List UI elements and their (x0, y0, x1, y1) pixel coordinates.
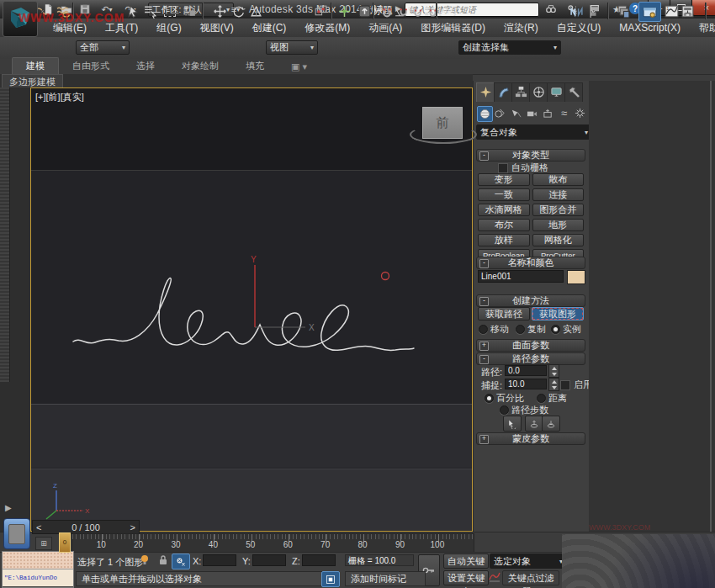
listener-macro-pane[interactable] (3, 552, 73, 569)
selection-filter-dropdown[interactable]: 全部▾ (76, 40, 130, 55)
radio-copy[interactable]: 复制 (516, 323, 546, 336)
tab-motion[interactable] (529, 82, 548, 102)
enable-checkbox[interactable]: 启用 (560, 379, 592, 391)
rollout-name-color[interactable]: - 名称和颜色 (476, 257, 585, 269)
ribbon-tab-freeform[interactable]: 自由形式 (59, 58, 123, 74)
left-scroll-strip[interactable] (0, 87, 10, 382)
category-geometry-icon[interactable] (477, 106, 493, 122)
viewport-menu-button[interactable]: [+] (35, 92, 46, 102)
isolate-selection-toggle[interactable] (321, 571, 340, 587)
time-slider-handle[interactable]: 0 (59, 532, 71, 553)
category-cameras-icon[interactable] (525, 106, 539, 120)
button-blobmesh[interactable]: 水滴网格 (478, 204, 530, 216)
prev-frame-arrow[interactable]: < (36, 522, 41, 532)
select-and-manipulate-icon[interactable] (335, 2, 353, 20)
category-lights-icon[interactable] (509, 106, 523, 120)
category-shapes-icon[interactable] (493, 106, 507, 120)
menu-customize[interactable]: 自定义(U) (548, 19, 611, 37)
graphite-ribbon-toggle-icon[interactable] (638, 2, 661, 22)
menu-create[interactable]: 创建(C) (243, 19, 296, 37)
button-terrain[interactable]: 地形 (532, 219, 585, 231)
menu-group[interactable]: 组(G) (147, 19, 190, 37)
auto-key-button[interactable]: 自动关键点 (443, 554, 489, 569)
radio-instance[interactable]: 实例 (551, 323, 581, 336)
edit-named-selection-icon[interactable]: {ABC} (438, 2, 457, 20)
prev-shape-button[interactable] (525, 416, 543, 432)
schematic-view-icon[interactable] (678, 2, 696, 20)
manage-layers-icon[interactable] (614, 2, 633, 20)
tab-display[interactable] (547, 82, 565, 102)
button-conform[interactable]: 一致 (478, 188, 530, 201)
prompt-bulb-icon[interactable] (140, 554, 150, 568)
category-systems-icon[interactable] (573, 106, 587, 120)
snap-value-field[interactable] (505, 379, 547, 389)
radio-path-steps[interactable]: 路径步数 (500, 404, 548, 416)
ribbon-tab-populate[interactable]: 填充 (232, 58, 278, 74)
radio-move[interactable]: 移动 (479, 323, 509, 336)
path-spinner[interactable] (548, 364, 559, 378)
object-color-swatch[interactable] (567, 270, 585, 284)
window-crossing-icon[interactable] (180, 2, 199, 20)
maxscript-mini-listener[interactable]: "E:\BaiduYunDo (2, 551, 74, 588)
rollout-skin-params[interactable]: + 蒙皮参数 (476, 432, 585, 445)
set-key-button[interactable]: 设置关键点 (443, 570, 489, 585)
rollout-object-type[interactable]: - 对象类型 (476, 149, 585, 162)
category-spacewarps-icon[interactable]: ≈ (557, 106, 571, 120)
reference-coordinate-dropdown[interactable]: 视图▾ (266, 40, 318, 55)
menu-modifiers[interactable]: 修改器(M) (295, 19, 359, 37)
autogrid-checkbox[interactable]: 自动栅格 (498, 162, 548, 174)
absolute-mode-toggle[interactable] (172, 554, 190, 569)
select-by-name-icon[interactable] (140, 2, 159, 20)
button-morph[interactable]: 变形 (478, 173, 530, 186)
x-coordinate-field[interactable] (203, 554, 236, 566)
radio-percentage[interactable]: 百分比 (485, 392, 524, 405)
ribbon-overflow-button[interactable]: ▣ ▾ (278, 60, 320, 74)
get-path-button[interactable]: 获取路径 (478, 307, 530, 320)
button-loft[interactable]: 放样 (478, 234, 530, 246)
rectangular-selection-region-icon[interactable] (161, 2, 179, 20)
button-shapemerge[interactable]: 图形合并 (532, 204, 585, 216)
button-mesher[interactable]: 网格化 (532, 234, 585, 246)
rollout-path-params[interactable]: - 路径参数 (476, 352, 585, 365)
select-and-scale-icon[interactable] (246, 2, 265, 20)
button-scatter[interactable]: 散布 (532, 173, 585, 186)
key-target-dropdown[interactable]: 选定对象▾ (490, 554, 567, 569)
viewport-view-button[interactable]: [前] (46, 92, 61, 102)
keyboard-override-icon[interactable] (355, 2, 373, 20)
next-frame-arrow[interactable]: > (130, 522, 135, 532)
menu-rendering[interactable]: 渲染(R) (495, 19, 548, 37)
button-connect[interactable]: 连接 (532, 188, 585, 201)
z-coordinate-field[interactable] (302, 554, 336, 566)
frame-number-box[interactable]: < 0 / 100 > (32, 520, 140, 534)
tab-create[interactable] (476, 82, 495, 102)
scene-canvas[interactable]: Y X Z X (31, 88, 472, 531)
select-and-move-icon[interactable] (210, 2, 229, 20)
tab-hierarchy[interactable] (511, 82, 530, 102)
pick-shape-button[interactable] (503, 416, 522, 432)
mini-listener-button[interactable] (3, 518, 30, 549)
y-coordinate-field[interactable] (252, 554, 286, 566)
expand-arrow-icon[interactable]: ▶ (5, 503, 12, 512)
ribbon-tab-object-paint[interactable]: 对象绘制 (168, 58, 232, 74)
named-selection-set-dropdown[interactable]: 创建选择集▾ (458, 40, 561, 55)
use-pivot-point-icon[interactable] (311, 2, 330, 20)
menu-animation[interactable]: 动画(A) (359, 19, 411, 37)
key-filters-button[interactable]: 关键点过滤器... (502, 570, 559, 585)
viewport-shading-button[interactable]: [真实] (61, 92, 84, 102)
add-time-tag[interactable]: 添加时间标记 (345, 571, 426, 586)
radio-distance[interactable]: 距离 (537, 392, 567, 405)
button-boolean[interactable]: 布尔 (478, 219, 530, 231)
object-category-dropdown[interactable]: 复合对象▾ (476, 124, 592, 140)
rollout-creation-method[interactable]: - 创建方法 (476, 294, 585, 307)
path-value-field[interactable] (505, 365, 547, 376)
viewcube[interactable]: 前 (422, 107, 463, 139)
select-and-rotate-icon[interactable] (229, 2, 247, 20)
align-icon[interactable] (586, 2, 605, 20)
menu-help[interactable]: 帮助(H) (690, 19, 715, 37)
category-helpers-icon[interactable] (541, 106, 555, 120)
search-binoculars-icon[interactable] (543, 3, 559, 16)
tab-utilities[interactable] (564, 82, 583, 102)
ribbon-tab-modeling[interactable]: 建模 (12, 57, 59, 74)
rollout-surface-params[interactable]: + 曲面参数 (476, 339, 585, 352)
menu-views[interactable]: 视图(V) (191, 19, 243, 37)
